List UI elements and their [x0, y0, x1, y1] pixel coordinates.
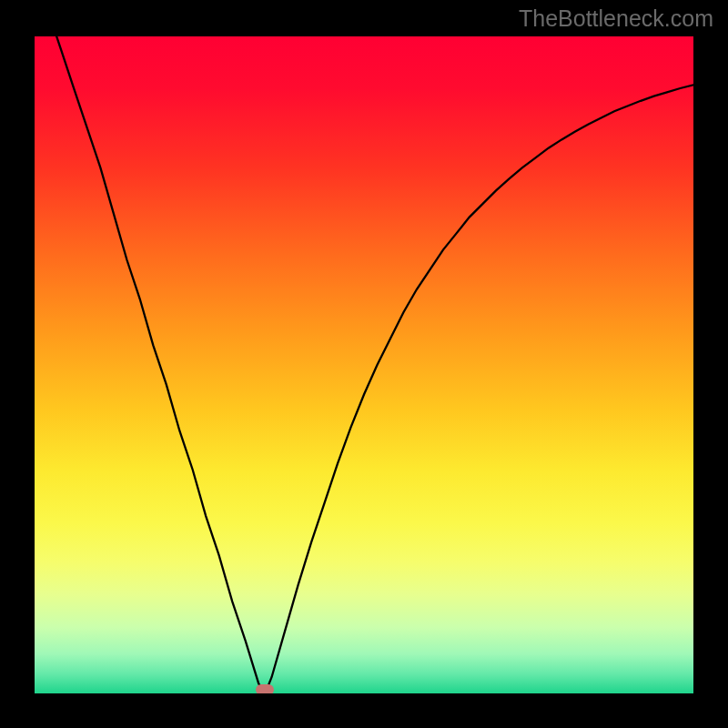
plot-area	[35, 36, 693, 693]
optimum-marker	[256, 684, 274, 693]
bottleneck-curve	[35, 36, 693, 693]
chart-frame: TheBottleneck.com	[0, 0, 728, 728]
watermark-text: TheBottleneck.com	[519, 5, 713, 32]
